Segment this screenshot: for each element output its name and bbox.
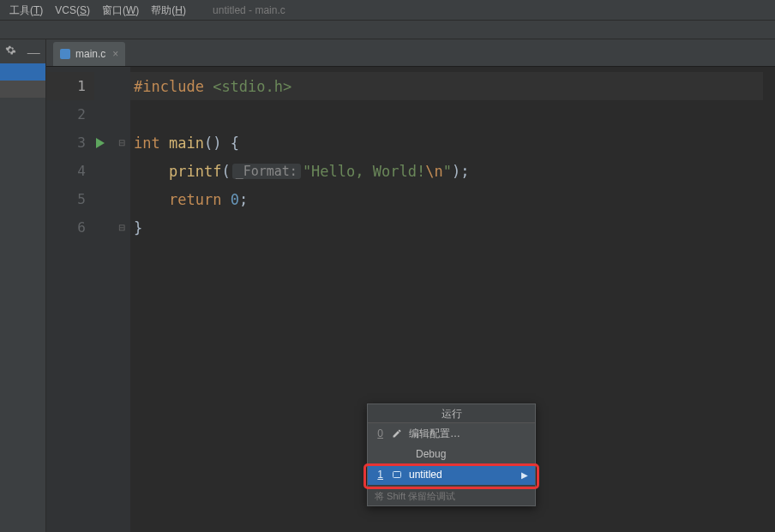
menu-window[interactable]: 窗口(W) xyxy=(96,0,145,21)
app-root: 工具(T) VCS(S) 窗口(W) 帮助(H) untitled - main… xyxy=(0,0,775,532)
code-line: printf(_Format:"Hello, World!\n"); xyxy=(130,157,763,185)
menu-help[interactable]: 帮助(H) xyxy=(145,0,192,21)
code-line: } xyxy=(130,213,763,242)
edit-icon xyxy=(392,428,402,439)
menu-bar: 工具(T) VCS(S) 窗口(W) 帮助(H) untitled - main… xyxy=(0,0,775,21)
error-stripe xyxy=(763,67,775,532)
line-number[interactable]: 1 xyxy=(46,72,94,100)
run-config-icon xyxy=(392,469,402,480)
code-line: int main() { xyxy=(130,129,763,157)
line-number[interactable]: 4 xyxy=(46,157,94,185)
line-number[interactable]: 5 xyxy=(46,185,94,213)
c-file-icon xyxy=(60,49,70,59)
fold-open-icon[interactable]: ⊟ xyxy=(118,139,125,147)
gutter-icons xyxy=(94,67,117,532)
popup-item-label: 编辑配置… xyxy=(409,427,460,441)
gear-icon[interactable] xyxy=(5,45,16,58)
close-icon[interactable]: × xyxy=(112,49,118,59)
popup-item-edit-config[interactable]: 0 编辑配置… xyxy=(368,423,535,444)
run-popup: 运行 0 编辑配置… Debug 1 untitled ▶ 将 Shift 保留… xyxy=(367,403,536,506)
svg-rect-0 xyxy=(394,472,401,478)
parameter-hint: _Format: xyxy=(232,164,301,179)
toolbar xyxy=(0,21,775,39)
toolwindow-item-selected[interactable] xyxy=(0,63,45,81)
code-line: #include <stdio.h> xyxy=(130,72,763,100)
popup-item-debug[interactable]: Debug xyxy=(368,444,535,464)
line-number[interactable]: 6 xyxy=(46,213,94,242)
line-number[interactable]: 3 xyxy=(46,129,94,157)
fold-column: ⊟ ⊟ xyxy=(117,67,130,532)
popup-item-label: Debug xyxy=(416,448,446,460)
toolwindow-item[interactable] xyxy=(0,81,45,98)
editor-tabs: main.c × xyxy=(46,39,775,67)
popup-item-untitled[interactable]: 1 untitled ▶ xyxy=(368,464,535,485)
menu-vcs[interactable]: VCS(S) xyxy=(49,0,96,21)
code-line: return 0; xyxy=(130,185,763,213)
menu-tools[interactable]: 工具(T) xyxy=(3,0,49,21)
editor-tab-main-c[interactable]: main.c × xyxy=(53,42,125,66)
gutter: 1 2 3 4 5 6 xyxy=(46,67,94,532)
run-gutter-icon[interactable] xyxy=(96,138,105,148)
tool-window-strip: — xyxy=(0,39,46,532)
popup-title: 运行 xyxy=(368,404,535,423)
window-title: untitled - main.c xyxy=(213,4,285,16)
popup-footer-hint: 将 Shift 保留给调试 xyxy=(368,485,535,505)
code-line xyxy=(130,100,763,129)
minimize-icon[interactable]: — xyxy=(27,46,40,57)
fold-close-icon[interactable]: ⊟ xyxy=(118,224,125,232)
chevron-right-icon: ▶ xyxy=(521,470,528,480)
tab-label: main.c xyxy=(75,48,105,60)
popup-item-label: untitled xyxy=(409,469,442,481)
line-number[interactable]: 2 xyxy=(46,100,94,129)
